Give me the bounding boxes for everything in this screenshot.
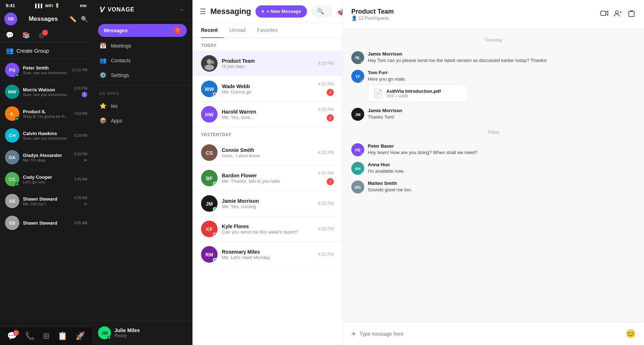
list-item[interactable]: SS Shawn Steward 4:05 AM bbox=[0, 212, 92, 234]
contact-info: Product IL Shay B: I'm gonna be there 10… bbox=[23, 109, 70, 119]
list-item[interactable]: JM Jamie Morrison Me: Yes, coming 4:20 P… bbox=[192, 191, 342, 216]
chat-message: NL Jamie Morrison Hey Tom can yu please … bbox=[351, 51, 635, 64]
mobile-nav-contacts[interactable]: 📋 bbox=[58, 331, 67, 341]
avatar: AH bbox=[351, 162, 364, 175]
plus-icon: + bbox=[261, 8, 264, 15]
avatar: JM bbox=[201, 195, 218, 212]
sidebar-item-contacts[interactable]: 👥 Contacts bbox=[92, 53, 192, 68]
avatar: IL bbox=[5, 106, 19, 121]
mobile-tab-layers[interactable]: 📚 bbox=[21, 28, 31, 42]
msg-info: Kyle Flores Can you send me this week's … bbox=[222, 224, 313, 235]
mobile-create-group-btn[interactable]: 👥 Create Group bbox=[0, 42, 92, 59]
chat-message: JM Jamie Morrison Thanks Tom! bbox=[351, 108, 635, 121]
add-attachment-button[interactable]: + bbox=[351, 329, 356, 339]
svg-text:IL: IL bbox=[10, 111, 14, 116]
section-label-yesterday: YESTERTDAY bbox=[192, 127, 342, 140]
menu-user-avatar: JM bbox=[98, 326, 111, 339]
delete-button[interactable] bbox=[628, 9, 635, 19]
list-item[interactable]: GA Gladys Alexander Me: I'm okay. 6:30 P… bbox=[0, 147, 92, 168]
mobile-nav-phone[interactable]: 📞 bbox=[25, 331, 35, 341]
mobile-tab-bar: 💬 📚 ◎ bbox=[0, 28, 92, 42]
messages-badge: 1 bbox=[13, 330, 19, 336]
svg-text:KF: KF bbox=[206, 226, 213, 232]
emoji-button[interactable]: 😊 bbox=[626, 329, 635, 339]
v-logo-mark: V bbox=[99, 6, 105, 14]
chat-group-name: Product Team bbox=[351, 8, 472, 15]
list-item[interactable]: CC Cody Cooper Let's go now 3:45 AM bbox=[0, 168, 92, 190]
list-item[interactable]: MW Morris Watson Sure, see you tommorow.… bbox=[0, 81, 92, 103]
chat-message: TF Tom Furr Here you go mate. 📄 AuthVia … bbox=[351, 70, 635, 102]
list-item[interactable]: IL Product IL Shay B: I'm gonna be there… bbox=[0, 103, 92, 125]
sidebar-item-settings[interactable]: ⚙️ Settings bbox=[92, 68, 192, 82]
menu-section-label: ED APPS bbox=[92, 87, 192, 97]
video-call-button[interactable] bbox=[600, 9, 608, 19]
messages-tab-badge: 7 bbox=[174, 27, 181, 34]
avatar: JM bbox=[351, 108, 364, 121]
mobile-nav-messages[interactable]: 💬 1 bbox=[7, 331, 17, 341]
messaging-top-bar: ☰ Messaging + + New Message 🔍 🚀 bbox=[192, 0, 342, 23]
list-item[interactable]: Product Team I'll join later 4:20 PM bbox=[192, 51, 342, 76]
messaging-panel: ☰ Messaging + + New Message 🔍 🚀 Recent U… bbox=[192, 0, 343, 345]
list-item[interactable]: CS Connie Smith hmm.. I dont know. 4:20 … bbox=[192, 140, 342, 166]
svg-point-21 bbox=[615, 11, 618, 14]
mobile-nav-more[interactable]: 🚀 bbox=[75, 331, 85, 341]
messaging-tabs: Recent Unread Favorites bbox=[192, 23, 342, 38]
create-group-icon: 👥 bbox=[6, 47, 14, 54]
mobile-contact-list: PS Peter Smith Sure, see you tommorow. 1… bbox=[0, 59, 92, 234]
svg-text:WW: WW bbox=[205, 86, 214, 92]
contact-info: Peter Smith Sure, see you tommorow. bbox=[23, 65, 68, 75]
apps-icon: 📦 bbox=[99, 117, 107, 124]
list-item[interactable]: CH Calvin Hawkins Sure, see you tommorow… bbox=[0, 125, 92, 147]
list-item[interactable]: PS Peter Smith Sure, see you tommorow. 1… bbox=[0, 59, 92, 81]
avatar: GA bbox=[5, 150, 19, 164]
sidebar-item-meetings[interactable]: 📅 Meetings bbox=[92, 38, 192, 53]
svg-text:BF: BF bbox=[206, 176, 213, 181]
message-input[interactable] bbox=[360, 331, 622, 337]
mobile-user-avatar[interactable]: SB bbox=[4, 13, 17, 25]
chat-messages: Tuesday NL Jamie Morrison Hey Tom can yu… bbox=[343, 29, 644, 322]
sidebar-item-tes[interactable]: ⭐ tes bbox=[92, 99, 192, 113]
list-item[interactable]: KF Kyle Flores Can you send me this week… bbox=[192, 216, 342, 242]
avatar: CS bbox=[201, 144, 218, 161]
list-item[interactable]: SS Shawn Steward Me: Did you? 4:05 AM ▶ bbox=[0, 190, 92, 212]
list-item[interactable]: BF Bardon Flower Me: Thanks, talk to you… bbox=[192, 166, 342, 191]
search-icon[interactable]: 🔍 bbox=[81, 16, 88, 23]
hamburger-icon[interactable]: ☰ bbox=[200, 7, 206, 16]
search-bar[interactable]: 🔍 bbox=[311, 5, 333, 18]
mobile-tab-messages[interactable]: 💬 bbox=[4, 28, 15, 42]
mobile-status-bar: 9:41 ▌▌▌ WiFi 🔋 me bbox=[0, 0, 92, 11]
add-participant-button[interactable] bbox=[614, 9, 622, 19]
mobile-nav-apps[interactable]: ⊞ bbox=[43, 331, 49, 341]
menu-section-apps: ⭐ tes 📦 Apps bbox=[92, 97, 192, 129]
svg-point-5 bbox=[211, 61, 214, 64]
menu-header: V VONAGE ← bbox=[92, 0, 192, 20]
avatar bbox=[201, 55, 218, 72]
chat-message: MS Matteo Smith Sounds good me too. bbox=[351, 181, 635, 193]
list-item[interactable]: RM Rosemary Miles Me: Let's meet Monday … bbox=[192, 242, 342, 267]
menu-user-profile[interactable]: JM Julie Miles Ready bbox=[92, 320, 192, 345]
avatar: BF bbox=[201, 170, 218, 186]
contact-info: Morris Watson Sure, see you tommorow. bbox=[23, 87, 70, 97]
msg-info: Product Team I'll join later bbox=[222, 58, 313, 69]
avatar: WW bbox=[201, 81, 218, 97]
mobile-bottom-nav: 💬 1 📞 ⊞ 📋 🚀 bbox=[0, 327, 92, 345]
messages-active-tab[interactable]: Messages 7 bbox=[98, 24, 187, 37]
svg-text:HW: HW bbox=[205, 112, 214, 118]
back-arrow-icon[interactable]: ← bbox=[179, 6, 185, 14]
tab-unread[interactable]: Unread bbox=[229, 23, 252, 38]
chat-input-area: + 😊 bbox=[343, 322, 644, 345]
sidebar-item-apps[interactable]: 📦 Apps bbox=[92, 113, 192, 128]
list-item[interactable]: HW Harold Warren Me: Yes, sure... 4:20 P… bbox=[192, 102, 342, 127]
svg-text:JM: JM bbox=[355, 112, 360, 117]
mobile-history-badge bbox=[42, 30, 48, 35]
mobile-status-me: me bbox=[80, 3, 87, 8]
meetings-icon: 📅 bbox=[99, 42, 107, 49]
mobile-tab-history[interactable]: ◎ bbox=[37, 28, 46, 42]
edit-icon[interactable]: ✏️ bbox=[69, 16, 77, 23]
new-message-button[interactable]: + + New Message bbox=[255, 5, 307, 18]
tab-recent[interactable]: Recent bbox=[201, 23, 224, 38]
msg-info: Rosemary Miles Me: Let's meet Monday bbox=[222, 249, 313, 260]
list-item[interactable]: WW Wade Webb Me: Gonna go 4:20 PM 2 bbox=[192, 76, 342, 102]
tab-favorites[interactable]: Favorites bbox=[257, 23, 284, 38]
avatar: HW bbox=[201, 106, 218, 123]
